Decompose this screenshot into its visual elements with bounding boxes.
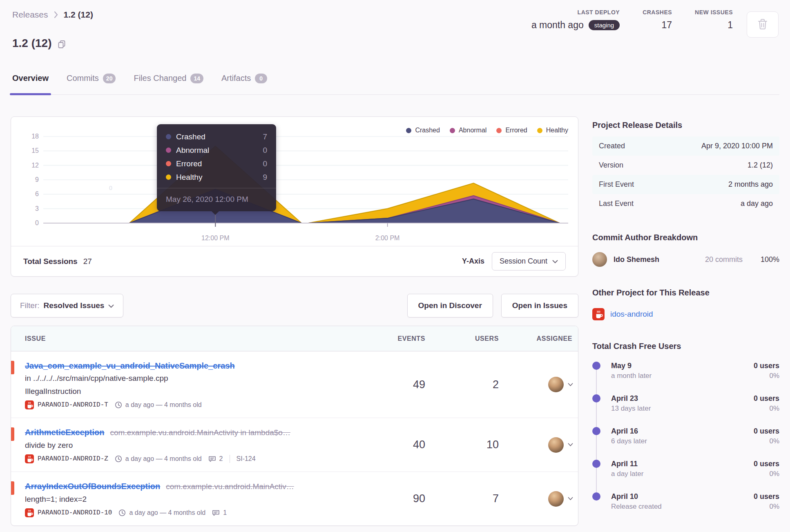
- timeline-dot-icon: [592, 492, 600, 501]
- assignee-avatar[interactable]: [548, 437, 564, 453]
- tooltip-dot-icon: [166, 161, 171, 166]
- yaxis-select[interactable]: Session Count: [492, 252, 566, 270]
- issues-filter-dropdown[interactable]: Filter: Resolved Issues: [11, 294, 123, 317]
- timeline-percent: 0%: [769, 469, 779, 479]
- timeline-date: April 11: [611, 459, 638, 469]
- issue-age: a day ago — 4 months old: [115, 453, 202, 465]
- assignee-avatar[interactable]: [548, 491, 564, 507]
- stat-last-deploy: LAST DEPLOY a month ago staging: [531, 9, 620, 31]
- comment-icon: [208, 455, 216, 463]
- tab-files-changed[interactable]: Files Changed 14: [134, 69, 203, 94]
- timeline-percent: 0%: [769, 436, 779, 447]
- timeline-date: May 9: [611, 361, 632, 371]
- release-stats: LAST DEPLOY a month ago staging CRASHES …: [531, 9, 733, 31]
- events-count: 49: [358, 378, 425, 391]
- timeline-sublabel: 6 days later: [611, 436, 647, 447]
- y-axis-tick-label: 9: [18, 176, 39, 183]
- project-icon: [25, 454, 34, 463]
- last-deploy-value: a month ago: [531, 20, 584, 31]
- open-in-issues-button[interactable]: Open in Issues: [501, 294, 578, 317]
- total-sessions-label: Total Sessions: [23, 257, 78, 266]
- issue-title-link[interactable]: ArrayIndexOutOfBoundsException: [25, 480, 160, 492]
- tooltip-row: Errored 0: [166, 157, 267, 170]
- chevron-right-icon: [54, 11, 58, 18]
- tab-label: Commits: [67, 74, 99, 83]
- project-icon: [25, 400, 34, 409]
- x-axis-tick-label: 2:00 PM: [359, 235, 416, 242]
- breadcrumb-releases-link[interactable]: Releases: [12, 10, 48, 20]
- tab-commits[interactable]: Commits 20: [67, 69, 116, 94]
- timeline-percent: 0%: [769, 371, 779, 381]
- clock-icon: [115, 401, 122, 409]
- timeline-users: 0 users: [754, 492, 779, 501]
- divider: [230, 455, 230, 463]
- stat-label: LAST DEPLOY: [578, 9, 620, 16]
- project-badge[interactable]: PARANOID-ANDROID-T: [25, 399, 108, 411]
- trash-icon: [757, 18, 768, 31]
- release-details-section: Project Release Details Created Apr 9, 2…: [592, 121, 779, 213]
- issue-title-link[interactable]: ArithmeticException: [25, 426, 104, 438]
- assignee-avatar[interactable]: [548, 377, 564, 392]
- chevron-down-icon[interactable]: [568, 383, 573, 387]
- author-avatar: [592, 252, 607, 267]
- issue-row[interactable]: ArrayIndexOutOfBoundsException com.examp…: [11, 472, 578, 525]
- project-badge[interactable]: PARANOID-ANDROID-10: [25, 507, 112, 519]
- issues-toolbar: Filter: Resolved Issues Open in Discover…: [11, 294, 578, 317]
- timeline-users: 0 users: [754, 426, 779, 436]
- breadcrumb-current: 1.2 (12): [64, 10, 93, 20]
- issue-age: a day ago — 4 months old: [118, 507, 205, 519]
- timeline-date: April 23: [611, 393, 638, 403]
- tab-overview[interactable]: Overview: [12, 69, 49, 94]
- other-project-section: Other Project for This Release idos-andr…: [592, 288, 779, 320]
- copy-icon[interactable]: [58, 40, 66, 48]
- crash-free-timeline-item: April 10 0 users Release created 0%: [592, 492, 779, 524]
- sessions-area-chart[interactable]: [43, 133, 569, 228]
- other-project-link[interactable]: idos-android: [610, 310, 653, 319]
- stat-label: NEW ISSUES: [695, 9, 733, 16]
- timeline-sublabel: a day later: [611, 469, 643, 479]
- page-title: 1.2 (12): [12, 37, 66, 50]
- issue-title-link[interactable]: Java_com_example_vu_android_NativeSample…: [25, 360, 235, 372]
- project-slug: PARANOID-ANDROID-T: [38, 399, 108, 411]
- issue-row[interactable]: ArithmeticException com.example.vu.andro…: [11, 418, 578, 472]
- project-badge[interactable]: PARANOID-ANDROID-Z: [25, 453, 108, 465]
- crash-free-timeline-item: April 23 0 users 13 days later 0%: [592, 393, 779, 426]
- project-icon: [25, 508, 34, 517]
- yaxis-label: Y-Axis: [462, 257, 484, 266]
- chevron-down-icon[interactable]: [568, 443, 573, 447]
- environment-badge: staging: [589, 20, 620, 30]
- unresolved-level-bar: [11, 481, 14, 495]
- crash-free-timeline-item: April 11 0 users a day later 0%: [592, 459, 779, 492]
- column-header-users: USERS: [425, 335, 499, 342]
- x-axis-tick-label: 12:00 PM: [187, 235, 244, 242]
- y-axis-tick-label: 15: [18, 147, 39, 154]
- release-detail-row: Created Apr 9, 2020 10:00 PM: [592, 136, 779, 156]
- issue-culprit: com.example.vu.android.MainActiv…: [166, 482, 294, 491]
- tab-label: Overview: [12, 74, 49, 83]
- legend-dot-icon: [537, 128, 542, 133]
- issue-row[interactable]: Java_com_example_vu_android_NativeSample…: [11, 351, 578, 418]
- clock-icon: [118, 509, 126, 516]
- release-version-title: 1.2 (12): [12, 37, 52, 50]
- timeline-sublabel: a month later: [611, 371, 652, 381]
- tab-count-badge: 0: [255, 74, 267, 83]
- open-in-discover-button[interactable]: Open in Discover: [407, 294, 493, 317]
- comment-icon: [212, 509, 220, 516]
- unresolved-level-bar: [11, 427, 14, 441]
- column-header-events: EVENTS: [358, 335, 425, 342]
- commit-author-row: Ido Shemesh 20 commits 100%: [592, 252, 779, 267]
- legend-dot-icon: [450, 128, 455, 133]
- timeline-percent: 0%: [769, 403, 779, 414]
- chevron-down-icon[interactable]: [568, 497, 573, 501]
- tab-artifacts[interactable]: Artifacts 0: [221, 69, 267, 94]
- comment-count: 1: [212, 507, 227, 519]
- sessions-chart-card: Crashed Abnormal Errored Healthy 1815129…: [11, 116, 578, 277]
- author-name: Ido Shemesh: [614, 255, 659, 264]
- tooltip-row: Crashed 7: [166, 130, 267, 143]
- issue-description: length=1; index=2: [25, 493, 354, 506]
- filter-label: Filter:: [20, 301, 40, 310]
- timeline-sublabel: Release created: [611, 501, 662, 512]
- y-axis-tick-label: 0: [18, 219, 39, 227]
- users-count: 7: [425, 492, 499, 505]
- delete-release-button[interactable]: [747, 11, 779, 38]
